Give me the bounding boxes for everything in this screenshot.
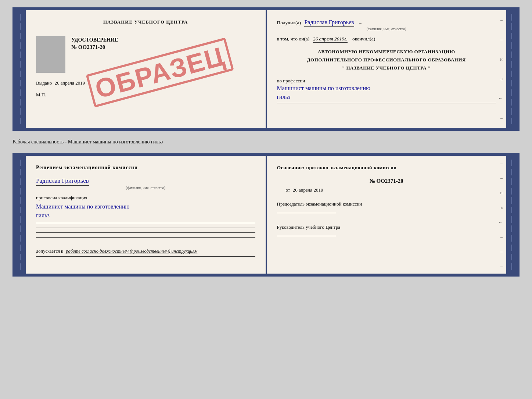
bmark-3: – bbox=[500, 234, 503, 240]
kvalifc-line2: гильз bbox=[36, 212, 50, 218]
dopuskaetsya-text: работе согласно должностным (производств… bbox=[66, 249, 197, 254]
prof-line2: гильз bbox=[277, 94, 291, 100]
protocol-number: № OO2371-20 bbox=[277, 178, 496, 184]
bmark-2: – bbox=[500, 175, 503, 181]
bmark-5: – bbox=[500, 264, 503, 269]
spine-left bbox=[15, 10, 26, 128]
blank-line3 bbox=[36, 237, 255, 238]
osnovanie-title: Основание: протокол экзаменационной коми… bbox=[277, 165, 496, 171]
blank-line1 bbox=[36, 228, 255, 228]
cert-label: УДОСТОВЕРЕНИЕ bbox=[71, 36, 118, 44]
spine-right bbox=[506, 10, 517, 128]
prof-name: Машинист машины по изготовлению гильз bbox=[277, 84, 496, 101]
mark-1: – bbox=[500, 17, 503, 23]
org-line2: ДОПОЛНИТЕЛЬНОГО ПРОФЕССИОНАЛЬНОГО ОБРАЗО… bbox=[277, 56, 496, 64]
org-line1: АВТОНОМНУЮ НЕКОММЕРЧЕСКУЮ ОРГАНИЗАЦИЮ bbox=[277, 48, 496, 56]
org-block: АВТОНОМНУЮ НЕКОММЕРЧЕСКУЮ ОРГАНИЗАЦИЮ ДО… bbox=[277, 48, 496, 72]
cert-block: УДОСТОВЕРЕНИЕ № OO2371-20 bbox=[36, 36, 255, 73]
mark-arrow: ← bbox=[498, 96, 503, 101]
org-quote2: " bbox=[428, 65, 431, 71]
top-document: НАЗВАНИЕ УЧЕБНОГО ЦЕНТРА ОБРАЗЕЦ УДОСТОВ… bbox=[12, 7, 520, 131]
mark-2: – bbox=[500, 37, 503, 42]
poluchil-label: Получил(а) bbox=[277, 20, 301, 25]
prof-label: по профессии bbox=[277, 78, 496, 84]
kvalifc-line1: Машинист машины по изготовлению bbox=[36, 203, 129, 210]
bottom-doc-left: Решением экзаменационной комиссии Радисл… bbox=[26, 156, 267, 274]
famiya-hint-bottom: (фамилия, имя, отчество) bbox=[36, 186, 255, 190]
org-name-line: " НАЗВАНИЕ УЧЕБНОГО ЦЕНТРА " bbox=[277, 64, 496, 72]
vydano-date: 26 апреля 2019 bbox=[55, 80, 85, 86]
bottom-doc-right: Основание: протокол экзаменационной коми… bbox=[267, 156, 507, 274]
dopuskaetsya-line: допускается к работе согласно должностны… bbox=[36, 249, 255, 254]
dash-top: – bbox=[359, 20, 362, 25]
bottom-person-block: Радислав Григорьев (фамилия, имя, отчест… bbox=[36, 177, 255, 190]
prof-block: по профессии Машинист машины по изготовл… bbox=[277, 78, 496, 103]
mark-i: и bbox=[500, 57, 503, 62]
bmark-1: – bbox=[500, 161, 503, 166]
blank-line2 bbox=[36, 232, 255, 233]
photo-placeholder bbox=[36, 36, 65, 73]
poluchil-line: Получил(а) Радислав Григорьев – (фамилия… bbox=[277, 19, 496, 31]
spine-right-bottom bbox=[506, 156, 517, 274]
kvalifc-underline bbox=[36, 223, 255, 223]
mark-3: – bbox=[500, 115, 503, 121]
vtom-label: в том, что он(а) bbox=[277, 36, 310, 42]
bmark-4: – bbox=[500, 249, 503, 254]
org-quote1: " bbox=[342, 65, 345, 71]
prisvoena-line: присвоена квалификация bbox=[36, 195, 255, 201]
person-name-top: Радислав Григорьев bbox=[304, 19, 354, 27]
right-edge-marks: – – и а ← – bbox=[498, 10, 503, 128]
cert-number: № OO2371-20 bbox=[71, 44, 118, 50]
vtom-line: в том, что он(а) 26 апреля 2019г. окончи… bbox=[277, 36, 496, 43]
okonchil-label: окончил(а) bbox=[352, 36, 375, 42]
right-edge-marks-bottom: – – и а ← – – – bbox=[498, 156, 503, 274]
mark-a: а bbox=[501, 76, 503, 82]
vydano-line: Выдано 26 апреля 2019 bbox=[36, 80, 255, 86]
famiya-hint-top: (фамилия, имя, отчество) bbox=[277, 27, 496, 31]
dopuskaetsya-label: допускается к bbox=[36, 249, 63, 254]
resheniem-title: Решением экзаменационной комиссии bbox=[36, 165, 255, 171]
predsedatel-block: Председатель экзаменационной комиссии bbox=[277, 200, 496, 213]
top-doc-right: Получил(а) Радислав Григорьев – (фамилия… bbox=[267, 10, 507, 128]
kvalifc-name: Машинист машины по изготовлению гильз bbox=[36, 202, 255, 220]
mp-line: М.П. bbox=[36, 92, 255, 98]
predsedatel-sign-line bbox=[277, 213, 336, 213]
vydano-label: Выдано bbox=[36, 80, 52, 86]
bottom-person-name: Радислав Григорьев bbox=[36, 177, 89, 186]
rukovoditel-sign-line bbox=[277, 236, 336, 236]
prof-line1: Машинист машины по изготовлению bbox=[277, 85, 370, 91]
rukovoditel-block: Руководитель учебного Центра bbox=[277, 224, 496, 236]
bmark-i: и bbox=[500, 190, 503, 196]
rukovoditel-title: Руководитель учебного Центра bbox=[277, 224, 496, 231]
ot-date-line: от 26 апреля 2019 bbox=[277, 187, 496, 193]
org-name: НАЗВАНИЕ УЧЕБНОГО ЦЕНТРА bbox=[346, 65, 427, 71]
bmark-a: а bbox=[501, 205, 503, 210]
separator-label: Рабочая специальность - Машинист машины … bbox=[12, 138, 520, 146]
ot-label: от bbox=[286, 187, 290, 193]
dopusk-underline bbox=[36, 256, 255, 257]
top-doc-left: НАЗВАНИЕ УЧЕБНОГО ЦЕНТРА ОБРАЗЕЦ УДОСТОВ… bbox=[26, 10, 267, 128]
completion-date: 26 апреля 2019г. bbox=[313, 36, 348, 43]
bmark-arrow: ← bbox=[498, 220, 503, 225]
predsedatel-title: Председатель экзаменационной комиссии bbox=[277, 200, 496, 208]
cert-text-block: УДОСТОВЕРЕНИЕ № OO2371-20 bbox=[71, 36, 118, 50]
top-left-title: НАЗВАНИЕ УЧЕБНОГО ЦЕНТРА bbox=[36, 19, 255, 25]
bottom-document: Решением экзаменационной комиссии Радисл… bbox=[12, 153, 520, 277]
spine-left-bottom bbox=[15, 156, 26, 274]
ot-date: 26 апреля 2019 bbox=[293, 187, 323, 193]
